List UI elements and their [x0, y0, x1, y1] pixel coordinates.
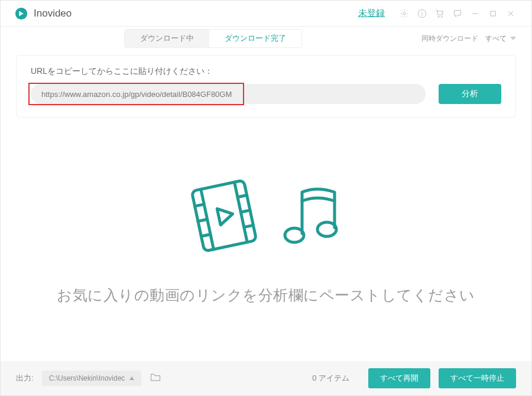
- cart-icon[interactable]: [432, 6, 447, 21]
- settings-icon[interactable]: [397, 6, 412, 21]
- svg-line-15: [198, 219, 207, 221]
- svg-line-19: [244, 225, 254, 227]
- tab-group: ダウンロード中 ダウンロード完了: [124, 29, 302, 48]
- svg-point-4: [422, 11, 423, 12]
- info-icon[interactable]: [414, 6, 430, 21]
- resume-all-button[interactable]: すべて再開: [368, 368, 430, 388]
- feedback-icon[interactable]: [450, 6, 465, 21]
- music-note-icon: [275, 177, 346, 257]
- output-label: 出力:: [16, 373, 34, 384]
- output-path-text: C:\Users\Nekin\Inovidec: [49, 374, 125, 382]
- url-input-wrap: [31, 84, 426, 104]
- url-input[interactable]: [31, 84, 426, 104]
- maximize-icon[interactable]: [485, 6, 501, 21]
- concurrent-select[interactable]: すべて: [485, 34, 516, 44]
- empty-state-illustration: [186, 174, 346, 259]
- titlebar: Inovideo 未登録: [1, 1, 531, 27]
- svg-point-1: [403, 12, 406, 15]
- footer-bar: 出力: C:\Users\Nekin\Inovidec 0 アイテム すべて再開…: [1, 361, 531, 395]
- analyze-button[interactable]: 分析: [439, 84, 501, 104]
- output-path-selector[interactable]: C:\Users\Nekin\Inovidec: [42, 371, 142, 386]
- app-title: Inovideo: [34, 8, 72, 20]
- url-input-card: URLをコピーしてからここに貼り付けください： 分析: [16, 55, 516, 118]
- svg-marker-20: [217, 206, 234, 225]
- video-film-icon: [186, 174, 262, 259]
- svg-line-17: [238, 195, 247, 197]
- svg-point-21: [285, 228, 304, 242]
- logo: Inovideo: [15, 7, 72, 20]
- svg-line-16: [201, 234, 210, 236]
- tab-completed[interactable]: ダウンロード完了: [209, 30, 301, 47]
- app-window: Inovideo 未登録 ダウンロード中 ダウンロード完了: [0, 0, 532, 396]
- svg-point-6: [441, 16, 442, 17]
- concurrent-download-control: 同時ダウンロード すべて: [421, 34, 516, 44]
- chevron-down-icon: [510, 37, 516, 40]
- item-count: 0 アイテム: [312, 373, 349, 384]
- chevron-up-icon: [129, 376, 134, 380]
- url-row: 分析: [31, 84, 501, 104]
- svg-point-5: [438, 16, 439, 17]
- close-icon[interactable]: [503, 6, 518, 21]
- app-logo-icon: [15, 7, 28, 20]
- svg-line-14: [195, 204, 205, 206]
- svg-line-18: [241, 210, 250, 212]
- secondary-bar: ダウンロード中 ダウンロード完了 同時ダウンロード すべて: [1, 27, 531, 50]
- svg-point-22: [317, 222, 336, 236]
- main-area: お気に入りの動画のリンクを分析欄にペーストしてください: [1, 118, 531, 361]
- tab-downloading[interactable]: ダウンロード中: [125, 30, 209, 47]
- svg-rect-8: [491, 11, 495, 16]
- concurrent-value: すべて: [485, 34, 507, 44]
- pause-all-button[interactable]: すべて一時停止: [439, 368, 516, 388]
- folder-icon[interactable]: [150, 371, 161, 385]
- url-instruction-label: URLをコピーしてからここに貼り付けください：: [31, 66, 501, 77]
- login-link[interactable]: 未登録: [358, 8, 385, 19]
- minimize-icon[interactable]: [468, 6, 483, 21]
- empty-state-message: お気に入りの動画のリンクを分析欄にペーストしてください: [57, 285, 475, 305]
- concurrent-label: 同時ダウンロード: [421, 34, 478, 44]
